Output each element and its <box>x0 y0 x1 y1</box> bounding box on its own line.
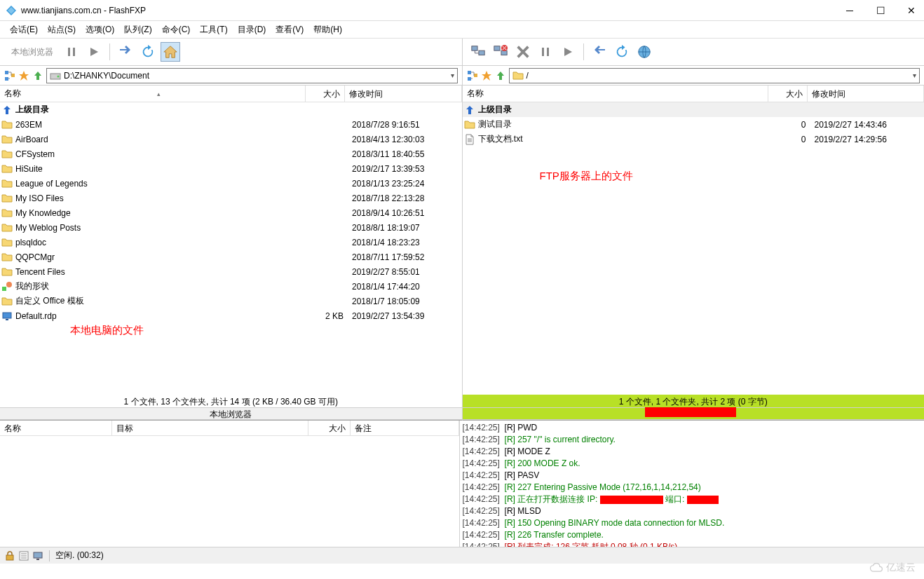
parent-dir-row[interactable]: 上级目录 <box>463 102 925 117</box>
file-row[interactable]: 下载文档.txt02019/2/27 14:29:56 <box>463 132 925 147</box>
menu-options[interactable]: 选项(O) <box>81 22 118 37</box>
remote-file-list[interactable]: 上级目录 测试目录02019/2/27 14:43:46下载文档.txt0201… <box>463 102 925 395</box>
svg-rect-38 <box>36 559 39 560</box>
up-folder-icon <box>464 104 475 116</box>
file-row[interactable]: CFSystem2018/3/11 18:40:55 <box>0 147 462 161</box>
list-icon <box>18 550 29 561</box>
local-file-header[interactable]: 名称▴ 大小 修改时间 <box>0 86 462 102</box>
queue-col-size[interactable]: 大小 <box>308 421 351 435</box>
local-file-list[interactable]: 上级目录 263EM2018/7/28 9:16:51AirBoard2018/… <box>0 102 462 395</box>
log-panel[interactable]: [14:42:25] [R] PWD[14:42:25] [R] 257 "/"… <box>460 421 925 547</box>
play-button[interactable] <box>84 42 104 62</box>
menu-tools[interactable]: 工具(T) <box>196 22 231 37</box>
bottom-split: 名称 目标 大小 备注 [14:42:25] [R] PWD[14:42:25]… <box>0 421 924 547</box>
queue-col-target[interactable]: 目标 <box>112 421 308 435</box>
svg-rect-11 <box>542 48 544 56</box>
svg-rect-37 <box>34 552 42 558</box>
chevron-down-icon[interactable]: ▾ <box>451 71 454 79</box>
parent-dir-row[interactable]: 上级目录 <box>0 102 462 117</box>
remote-file-header[interactable]: 名称 大小 修改时间 <box>463 86 925 102</box>
file-row[interactable]: My Weblog Posts2018/8/1 18:19:07 <box>0 220 462 235</box>
abort-button[interactable] <box>513 42 533 62</box>
file-row[interactable]: QQPCMgr2018/7/11 17:59:52 <box>0 250 462 264</box>
svg-marker-18 <box>19 71 29 81</box>
file-row[interactable]: League of Legends2018/1/13 23:25:24 <box>0 176 462 191</box>
star-remote-icon[interactable] <box>481 70 492 81</box>
local-path-input[interactable]: D:\ZHANKY\Document ▾ <box>46 68 458 83</box>
file-row[interactable]: 自定义 Office 模板2018/1/7 18:05:09 <box>0 294 462 308</box>
queue-col-name[interactable]: 名称 <box>0 421 112 435</box>
up-folder-icon <box>1 104 13 116</box>
svg-rect-23 <box>474 74 477 77</box>
up-arrow-icon[interactable] <box>32 70 43 81</box>
menu-queue[interactable]: 队列(Z) <box>120 22 156 37</box>
pause-remote-button[interactable] <box>536 42 555 62</box>
menu-commands[interactable]: 命令(C) <box>158 22 195 37</box>
maximize-button[interactable]: ☐ <box>874 5 888 16</box>
menubar: 会话(E) 站点(S) 选项(O) 队列(Z) 命令(C) 工具(T) 目录(D… <box>0 21 924 38</box>
menu-session[interactable]: 会话(E) <box>6 22 42 37</box>
svg-rect-16 <box>5 77 8 81</box>
file-row[interactable]: 我的形状2018/1/4 17:44:20 <box>0 279 462 294</box>
file-row[interactable]: AirBoard2018/4/13 12:30:03 <box>0 132 462 147</box>
queue-panel[interactable]: 名称 目标 大小 备注 <box>0 421 460 547</box>
sort-chevron-icon: ▴ <box>157 90 161 97</box>
drive-icon <box>50 70 61 81</box>
svg-rect-9 <box>501 50 506 55</box>
svg-rect-8 <box>494 46 499 50</box>
chevron-down-icon[interactable]: ▾ <box>913 71 916 79</box>
globe-button[interactable] <box>634 42 654 62</box>
menu-view[interactable]: 查看(V) <box>271 22 308 37</box>
menu-help[interactable]: 帮助(H) <box>309 22 346 37</box>
transfer-button[interactable] <box>116 42 135 62</box>
refresh-button[interactable] <box>138 42 158 62</box>
svg-rect-28 <box>6 319 8 320</box>
svg-rect-32 <box>6 555 13 560</box>
menu-directory[interactable]: 目录(D) <box>233 22 271 37</box>
local-panel: 名称▴ 大小 修改时间 上级目录 263EM2018/7/28 9:16:51A… <box>0 86 463 421</box>
svg-marker-24 <box>482 71 491 81</box>
up-arrow-remote-icon[interactable] <box>495 70 506 81</box>
close-button[interactable]: ✕ <box>904 5 918 16</box>
pathbar-row: D:\ZHANKY\Document ▾ / ▾ <box>0 66 924 86</box>
home-button[interactable] <box>161 42 180 62</box>
svg-point-26 <box>6 282 12 287</box>
status-text: 空闲. (00:32) <box>55 550 104 561</box>
svg-marker-13 <box>564 48 572 56</box>
file-panels: 名称▴ 大小 修改时间 上级目录 263EM2018/7/28 9:16:51A… <box>0 86 924 421</box>
file-row[interactable]: HiSuite2019/2/17 13:39:53 <box>0 161 462 176</box>
star-icon[interactable] <box>18 70 29 81</box>
tree-remote-icon[interactable] <box>467 70 478 81</box>
file-row[interactable]: Default.rdp2 KB2019/2/27 13:54:39 <box>0 308 462 323</box>
remote-path-input[interactable]: / ▾ <box>509 68 920 83</box>
svg-rect-15 <box>5 71 8 74</box>
menu-site[interactable]: 站点(S) <box>43 22 80 37</box>
monitor-icon <box>32 550 43 561</box>
lock-icon <box>4 550 15 561</box>
svg-marker-5 <box>164 46 177 58</box>
local-summary: 1 个文件, 13 个文件夹, 共计 14 项 (2 KB / 36.40 GB… <box>0 395 462 407</box>
file-row[interactable]: Tencent Files2019/2/27 8:55:01 <box>0 264 462 279</box>
pause-button[interactable] <box>62 42 81 62</box>
tree-icon[interactable] <box>4 70 15 81</box>
file-row[interactable]: 263EM2018/7/28 9:16:51 <box>0 117 462 132</box>
svg-point-20 <box>57 75 60 77</box>
window-title: www.tianjians.com.cn - FlashFXP <box>21 6 843 15</box>
minimize-button[interactable]: ─ <box>843 5 857 16</box>
connect-button[interactable] <box>468 42 488 62</box>
folder-icon <box>512 70 524 81</box>
transfer-remote-button[interactable] <box>590 42 609 62</box>
disconnect-button[interactable] <box>491 42 510 62</box>
local-browser-label: 本地浏览器 <box>6 46 59 58</box>
svg-rect-7 <box>478 50 484 55</box>
statusbar: 空闲. (00:32) <box>0 547 924 564</box>
file-row[interactable]: 测试目录02019/2/27 14:43:46 <box>463 117 925 132</box>
file-row[interactable]: My Knowledge2018/9/14 10:26:51 <box>0 205 462 220</box>
queue-col-note[interactable]: 备注 <box>351 421 459 435</box>
file-row[interactable]: plsqldoc2018/1/4 18:23:23 <box>0 235 462 250</box>
play-remote-button[interactable] <box>558 42 578 62</box>
refresh-remote-button[interactable] <box>612 42 632 62</box>
file-row[interactable]: My ISO Files2018/7/18 22:13:28 <box>0 191 462 205</box>
svg-rect-6 <box>471 46 477 50</box>
watermark: 亿速云 <box>869 561 916 575</box>
